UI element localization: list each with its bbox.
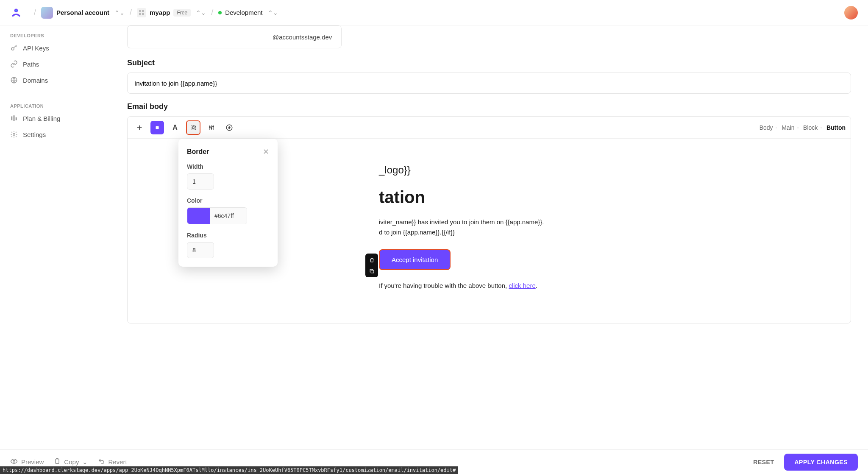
sidebar-item-domains[interactable]: Domains (3, 72, 124, 88)
email-line-2[interactable]: d to join {{app.name}}.{{/if}} (379, 227, 650, 237)
tool-border[interactable] (186, 120, 200, 135)
sidebar-label: Plan & Billing (23, 115, 60, 122)
subject-label: Subject (127, 59, 851, 67)
color-hex: #6c47ff (210, 208, 247, 224)
breadcrumb-button[interactable]: Button (826, 124, 846, 131)
element-toolbar (365, 254, 378, 277)
svg-rect-12 (156, 126, 159, 129)
user-avatar[interactable] (844, 6, 858, 20)
subject-input[interactable] (127, 72, 851, 94)
border-width-input[interactable] (187, 173, 214, 190)
radius-label: Radius (187, 232, 269, 239)
from-domain-row: @accountsstage.dev (127, 25, 851, 48)
color-label: Color (187, 197, 269, 204)
svg-rect-8 (11, 117, 12, 120)
separator-icon: / (211, 8, 213, 17)
border-radius-input[interactable] (187, 242, 214, 258)
breadcrumb-main[interactable]: Main (782, 124, 794, 131)
editor-breadcrumb: Body- Main- Block- Button (760, 124, 846, 131)
sidebar-item-api-keys[interactable]: API Keys (3, 40, 124, 56)
chevron-updown-icon: ⌃⌄ (268, 9, 278, 16)
border-color-input[interactable]: #6c47ff (187, 207, 247, 224)
avatar-icon (41, 7, 53, 19)
globe-icon (10, 76, 18, 84)
app-selector[interactable]: myapp Free ⌃⌄ (137, 8, 206, 17)
tool-text[interactable]: A (168, 121, 182, 134)
svg-rect-13 (191, 125, 196, 130)
border-popover: Border ✕ Width Color #6c47ff (178, 139, 278, 267)
svg-rect-14 (192, 127, 194, 128)
svg-point-1 (15, 10, 17, 11)
link-icon (10, 60, 18, 68)
plan-badge: Free (173, 9, 191, 17)
svg-rect-19 (371, 270, 374, 273)
separator-icon: / (130, 8, 132, 17)
account-label: Personal account (56, 9, 109, 16)
app-label: myapp (150, 9, 170, 16)
svg-rect-2 (139, 10, 141, 12)
environment-selector[interactable]: Development ⌃⌄ (218, 9, 278, 16)
chevron-updown-icon: ⌃⌄ (114, 9, 125, 16)
status-dot-icon (218, 11, 222, 14)
key-icon (10, 44, 18, 52)
click-here-link[interactable]: click here (509, 282, 535, 289)
svg-rect-10 (16, 117, 17, 120)
svg-rect-5 (142, 13, 144, 15)
sidebar-section-developers: DEVELOPERS (3, 30, 124, 40)
close-icon[interactable]: ✕ (263, 147, 269, 156)
gear-icon (10, 131, 18, 138)
account-selector[interactable]: Personal account ⌃⌄ (41, 7, 125, 19)
app-icon (137, 8, 146, 17)
svg-point-6 (11, 47, 14, 50)
separator-icon: / (34, 8, 36, 17)
svg-point-11 (13, 134, 15, 136)
sidebar-label: Settings (23, 131, 46, 138)
color-swatch[interactable] (187, 208, 210, 224)
chevron-updown-icon: ⌃⌄ (196, 9, 206, 16)
sidebar-item-settings[interactable]: Settings (3, 126, 124, 142)
domain-suffix: @accountsstage.dev (263, 25, 342, 48)
breadcrumb-block[interactable]: Block (803, 124, 818, 131)
sidebar-label: Paths (23, 61, 39, 68)
plan-icon (10, 114, 18, 122)
breadcrumb-body[interactable]: Body (760, 124, 773, 131)
email-cta-button[interactable]: Accept invitation (379, 249, 451, 270)
top-header: / Personal account ⌃⌄ / myapp Free ⌃⌄ / … (0, 0, 868, 25)
tool-variables[interactable] (223, 121, 236, 134)
email-logo-placeholder[interactable]: _logo}} (379, 164, 650, 176)
sidebar-item-paths[interactable]: Paths (3, 56, 124, 72)
environment-label: Development (225, 9, 262, 16)
sidebar-section-application: APPLICATION (3, 100, 124, 110)
email-body-label: Email body (127, 102, 851, 111)
tool-block[interactable] (150, 121, 164, 134)
editor-toolbar: A Body- Main- Block- Button (128, 117, 851, 139)
svg-point-15 (209, 126, 211, 128)
sidebar-label: API Keys (23, 45, 49, 52)
svg-rect-4 (139, 13, 141, 15)
sidebar-label: Domains (23, 77, 48, 84)
email-line-1[interactable]: iviter_name}} has invited you to join th… (379, 217, 650, 227)
from-local-input[interactable] (127, 25, 263, 48)
svg-point-17 (213, 126, 214, 127)
duplicate-icon[interactable] (367, 266, 376, 276)
width-label: Width (187, 163, 269, 170)
app-logo[interactable] (10, 7, 22, 19)
email-title[interactable]: tation (379, 188, 650, 207)
sidebar-item-plan-billing[interactable]: Plan & Billing (3, 110, 124, 126)
tool-spacing[interactable] (205, 121, 218, 134)
svg-rect-9 (14, 115, 15, 121)
tool-add[interactable] (133, 121, 146, 134)
main-content: @accountsstage.dev Subject Email body A (127, 25, 868, 449)
svg-point-16 (211, 128, 212, 129)
delete-icon[interactable] (367, 255, 376, 265)
email-footer-text[interactable]: If you're having trouble with the above … (379, 282, 650, 289)
svg-rect-3 (142, 10, 144, 12)
popover-title: Border (187, 148, 209, 156)
sidebar: DEVELOPERS API Keys Paths Domains APPLIC… (0, 25, 127, 449)
email-body-editor: A Body- Main- Block- Button Border (127, 116, 851, 323)
